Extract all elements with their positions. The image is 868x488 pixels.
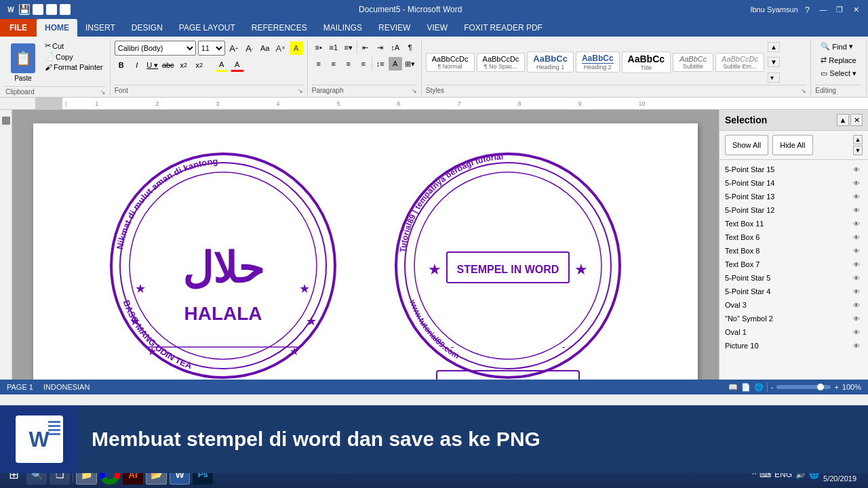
tab-page-layout[interactable]: PAGE LAYOUT	[171, 19, 243, 37]
tab-foxit[interactable]: FOXIT READER PDF	[456, 19, 551, 37]
panel-close-btn[interactable]: ✕	[850, 114, 863, 126]
visibility-toggle-4[interactable]: 👁	[850, 219, 863, 228]
superscript-button[interactable]: x2	[193, 58, 206, 72]
selection-item-6[interactable]: Text Box 8 👁	[719, 244, 868, 258]
style-heading2[interactable]: AaBbCc Heading 2	[576, 52, 620, 73]
clear-format-button[interactable]: A✕	[274, 41, 288, 55]
panel-up-btn[interactable]: ▲	[853, 135, 863, 144]
font-name-select[interactable]: Calibri (Body)	[115, 41, 196, 56]
undo-icon[interactable]: ↩	[33, 4, 43, 15]
font-color-button[interactable]: A	[231, 58, 244, 72]
tab-view[interactable]: VIEW	[418, 19, 456, 37]
selection-item-10[interactable]: Oval 3 👁	[719, 298, 868, 312]
decrease-indent-button[interactable]: ⇤	[359, 41, 372, 54]
selection-item-5[interactable]: Text Box 6 👁	[719, 230, 868, 244]
highlight-color-button[interactable]: A	[290, 41, 303, 55]
redo-icon[interactable]: ↪	[46, 4, 57, 15]
visibility-toggle-5[interactable]: 👁	[850, 232, 863, 242]
selection-item-7[interactable]: Text Box 7 👁	[719, 258, 868, 271]
align-right-button[interactable]: ≡	[342, 57, 355, 70]
align-center-button[interactable]: ≡	[327, 57, 340, 70]
show-all-button[interactable]: Show All	[725, 135, 768, 155]
style-heading1[interactable]: AaBbCc Heading 1	[527, 52, 574, 73]
tab-mailings[interactable]: MAILINGS	[315, 19, 370, 37]
grow-font-button[interactable]: A+	[227, 41, 241, 55]
clipboard-expand[interactable]: ↘	[100, 89, 106, 96]
hide-all-button[interactable]: Hide All	[772, 135, 812, 155]
underline-button[interactable]: U ▾	[146, 58, 159, 72]
visibility-toggle-12[interactable]: 👁	[850, 327, 863, 337]
bold-button[interactable]: B	[115, 58, 128, 72]
selection-item-2[interactable]: 5-Point Star 13 👁	[719, 190, 868, 203]
numbering-button[interactable]: ≡1	[327, 41, 340, 54]
visibility-toggle-0[interactable]: 👁	[850, 165, 863, 174]
zoom-slider[interactable]	[776, 385, 831, 389]
increase-indent-button[interactable]: ⇥	[374, 41, 387, 54]
read-mode-btn[interactable]: 📖	[728, 383, 738, 392]
style-title[interactable]: AaBbCc Title	[622, 52, 671, 73]
selection-item-4[interactable]: Text Box 11 👁	[719, 217, 868, 230]
document-area[interactable]: Nikmat di mulut aman di kantong BASO MAN…	[12, 110, 719, 380]
minimize-btn[interactable]: —	[816, 3, 830, 16]
visibility-toggle-9[interactable]: 👁	[850, 287, 863, 296]
tab-review[interactable]: REVIEW	[370, 19, 418, 37]
panel-collapse-btn[interactable]: ▲	[837, 114, 849, 126]
styles-expand[interactable]: ↘	[801, 87, 806, 94]
tab-references[interactable]: REFERENCES	[243, 19, 315, 37]
cut-button[interactable]: ✂ Cut	[42, 41, 106, 51]
tab-insert[interactable]: INSERT	[77, 19, 123, 37]
visibility-toggle-13[interactable]: 👁	[850, 341, 863, 350]
selection-item-9[interactable]: 5-Point Star 4 👁	[719, 285, 868, 298]
print-layout-btn[interactable]: 📄	[741, 383, 751, 392]
visibility-toggle-6[interactable]: 👁	[850, 246, 863, 256]
customize-icon[interactable]: ▾	[60, 4, 71, 15]
shading-button[interactable]: A	[389, 57, 402, 70]
show-hide-button[interactable]: ¶	[403, 41, 417, 54]
save-icon[interactable]: 💾	[19, 4, 30, 15]
styles-down-btn[interactable]: ▼	[768, 57, 780, 67]
change-case-button[interactable]: Aa	[258, 41, 272, 55]
selection-item-13[interactable]: Picture 10 👁	[719, 339, 868, 352]
zoom-in-btn[interactable]: +	[834, 383, 838, 391]
format-painter-button[interactable]: 🖌 Format Painter	[42, 62, 106, 72]
style-normal[interactable]: AaBbCcDc ¶ Normal	[426, 53, 475, 72]
multilevel-list-button[interactable]: ≡▾	[342, 41, 355, 54]
line-spacing-button[interactable]: ↕≡	[374, 57, 387, 70]
restore-btn[interactable]: ❐	[833, 3, 846, 16]
text-highlight-button[interactable]: A	[215, 58, 229, 72]
style-subtle-emphasis[interactable]: AaBbCcDc Subtle Em...	[715, 53, 764, 72]
find-button[interactable]: 🔍 Find ▾	[815, 41, 858, 52]
selection-item-12[interactable]: Oval 1 👁	[719, 325, 868, 339]
tab-file[interactable]: FILE	[0, 19, 37, 37]
visibility-toggle-10[interactable]: 👁	[850, 300, 863, 310]
copy-button[interactable]: 📄 Copy	[42, 52, 106, 62]
font-size-select[interactable]: 11	[198, 41, 225, 56]
sort-button[interactable]: ↕A	[389, 41, 402, 54]
replace-button[interactable]: ⇄ Replace	[815, 54, 861, 66]
panel-down-btn[interactable]: ▼	[853, 146, 863, 155]
justify-button[interactable]: ≡	[357, 57, 370, 70]
selection-item-3[interactable]: 5-Point Star 12 👁	[719, 203, 868, 217]
visibility-toggle-8[interactable]: 👁	[850, 273, 863, 283]
close-btn[interactable]: ✕	[849, 3, 863, 16]
visibility-toggle-7[interactable]: 👁	[850, 260, 863, 269]
zoom-out-btn[interactable]: -	[771, 383, 774, 391]
styles-expand-btn[interactable]: ▾	[768, 73, 780, 83]
tab-design[interactable]: DESIGN	[123, 19, 171, 37]
strikethrough-button[interactable]: abc	[161, 58, 175, 72]
help-icon[interactable]: ?	[805, 5, 810, 15]
tab-home[interactable]: HOME	[37, 19, 77, 37]
paste-button[interactable]: 📋 Paste	[5, 41, 41, 85]
style-no-spacing[interactable]: AaBbCcDc ¶ No Spac...	[477, 53, 526, 72]
subscript-button[interactable]: x2	[177, 58, 191, 72]
selection-item-8[interactable]: 5-Point Star 5 👁	[719, 271, 868, 285]
visibility-toggle-1[interactable]: 👁	[850, 178, 863, 188]
font-expand[interactable]: ↘	[298, 87, 303, 94]
bullets-button[interactable]: ≡•	[312, 41, 326, 54]
paragraph-expand[interactable]: ↘	[412, 87, 417, 94]
style-subtitle[interactable]: AaBbCc Subtitle	[673, 53, 713, 72]
web-layout-btn[interactable]: 🌐	[754, 383, 764, 392]
align-left-button[interactable]: ≡	[312, 57, 326, 70]
shrink-font-button[interactable]: A-	[243, 41, 256, 55]
select-button[interactable]: ▭ Select ▾	[815, 68, 862, 79]
